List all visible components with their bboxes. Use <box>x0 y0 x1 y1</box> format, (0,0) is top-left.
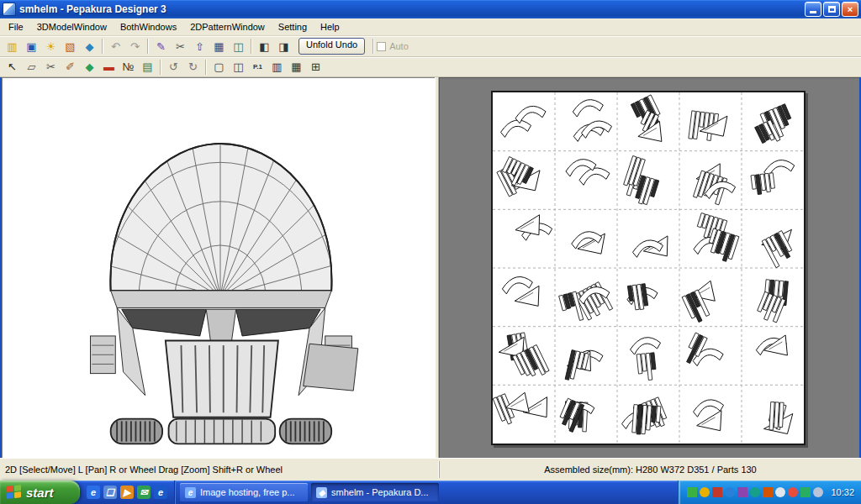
tray-icon-10[interactable] <box>800 487 811 497</box>
toolbar-separator <box>205 60 207 75</box>
taskbar-tasks: eImage hosting, free p...◆smhelm - Pepak… <box>175 480 678 504</box>
unfold-undo-button[interactable]: Unfold Undo <box>298 38 365 55</box>
toolbar-separator <box>160 60 161 75</box>
grid-toggle-button[interactable]: ▦ <box>287 58 306 76</box>
move-part-button[interactable]: ⇧ <box>190 38 209 55</box>
undo-icon: ↶ <box>111 40 120 53</box>
page-number-display-icon: P.1 <box>253 63 262 71</box>
select-move-tool-icon: ↖ <box>8 60 17 73</box>
edge-id-numbers-icon: № <box>123 60 135 73</box>
task-image-hosting-icon: e <box>185 487 196 498</box>
light-toggle-button[interactable]: ☀ <box>41 38 61 55</box>
tray-icon-4[interactable] <box>725 487 735 497</box>
browser-icon[interactable]: e <box>154 486 167 499</box>
page-number-display-button[interactable]: P.1 <box>248 58 267 76</box>
quick-launch: e❑▶✉e <box>80 480 175 504</box>
tray-icon-2[interactable] <box>700 487 710 497</box>
toolbar-main: ▥▣☀▧◆↶↷✎✂⇧▦◫◧◨Unfold UndoAuto <box>0 36 861 57</box>
grid-toggle-icon: ▦ <box>291 60 301 73</box>
cut-edge-button[interactable]: ✂ <box>171 38 190 55</box>
select-rect-tool-button[interactable]: ▢ <box>209 58 229 76</box>
task-pepakura[interactable]: ◆smhelm - Pepakura D... <box>311 483 439 501</box>
taskbar-clock: 10:32 <box>831 487 854 497</box>
texture-image-toggle-button[interactable]: ▤ <box>138 58 157 76</box>
tray-icon-5[interactable] <box>737 487 747 497</box>
select-rect-tool-icon: ▢ <box>214 60 224 73</box>
task-pepakura-icon: ◆ <box>316 487 327 498</box>
edit-flap-tool-button[interactable]: ▱ <box>22 58 41 76</box>
restore-button[interactable] <box>823 2 840 17</box>
tray-icon-1[interactable] <box>687 487 697 497</box>
arrange-parts-button[interactable]: ◫ <box>229 58 248 76</box>
tray-icon-3[interactable] <box>712 487 722 497</box>
toolbar-2d: ↖▱✂✐◆▬№▤↺↻▢◫P.1▥▦⊞ <box>0 57 861 77</box>
auto-checkbox-label: Auto <box>389 41 409 51</box>
messenger-icon[interactable]: ✉ <box>137 486 151 499</box>
texture-settings-button[interactable]: ▧ <box>61 38 80 55</box>
tray-icon-7[interactable] <box>763 487 773 497</box>
start-label: start <box>26 486 54 500</box>
helmet-svg <box>50 109 390 449</box>
toolbar-separator <box>372 39 374 54</box>
menu-bar: File3DModelWindowBothWindows2DPatternWin… <box>0 18 861 36</box>
menu-bothwindows[interactable]: BothWindows <box>114 20 183 34</box>
divide-part-tool-icon: ✂ <box>46 60 55 73</box>
auto-checkbox[interactable]: Auto <box>377 41 409 51</box>
menu-setting[interactable]: Setting <box>272 20 314 34</box>
undo-button[interactable]: ↶ <box>106 38 125 55</box>
auto-checkbox-box[interactable] <box>377 42 386 51</box>
sheet-settings-button[interactable]: ▥ <box>267 58 287 76</box>
tray-icon-6[interactable] <box>750 487 760 497</box>
view-2d-window-button[interactable]: ◨ <box>274 38 293 55</box>
minimize-button[interactable] <box>805 2 821 17</box>
toolbar-separator <box>102 39 103 54</box>
menu-3dmodelwindow[interactable]: 3DModelWindow <box>30 20 114 34</box>
edge-color-tool-button[interactable]: ▬ <box>99 58 119 76</box>
edge-id-numbers-button[interactable]: № <box>119 58 138 76</box>
internet-explorer-icon[interactable]: e <box>87 486 100 499</box>
measure-tool-icon: ✐ <box>66 60 75 73</box>
show-desktop-icon[interactable]: ❑ <box>103 486 117 499</box>
measure-tool-button[interactable]: ✐ <box>61 58 80 76</box>
toolbar-separator <box>147 39 149 54</box>
status-assembled-size: Assembled size(mm): H280 W372 D351 / Par… <box>439 461 861 478</box>
window-title: smhelm - Pepakura Designer 3 <box>19 3 803 15</box>
task-label: Image hosting, free p... <box>200 487 295 497</box>
divide-columns-button[interactable]: ◫ <box>229 38 248 55</box>
pen-tool-button[interactable]: ✎ <box>151 38 171 55</box>
menu-file[interactable]: File <box>2 20 30 34</box>
print-pattern-button[interactable]: ⊞ <box>306 58 325 76</box>
close-button[interactable]: × <box>842 2 858 17</box>
rotate-left-tool-button[interactable]: ↺ <box>164 58 183 76</box>
rotate-right-tool-icon: ↻ <box>188 60 198 73</box>
app-icon <box>3 3 16 16</box>
redo-button[interactable]: ↷ <box>125 38 145 55</box>
material-colors-button[interactable]: ◆ <box>80 38 99 55</box>
title-bar: smhelm - Pepakura Designer 3 × <box>0 0 861 18</box>
menu-help[interactable]: Help <box>314 20 346 34</box>
open-file-button[interactable]: ▥ <box>3 38 22 55</box>
pattern-page[interactable] <box>491 91 806 445</box>
texture-image-toggle-icon: ▤ <box>142 60 152 73</box>
tray-icon-8[interactable] <box>775 487 785 497</box>
view-3d-window-button[interactable]: ◧ <box>255 38 274 55</box>
task-image-hosting[interactable]: eImage hosting, free p... <box>180 483 308 501</box>
menu-2dpatternwindow[interactable]: 2DPatternWindow <box>183 20 272 34</box>
select-move-tool-button[interactable]: ↖ <box>3 58 22 76</box>
pattern-2d-pane[interactable] <box>439 77 859 458</box>
tray-icon-9[interactable] <box>788 487 798 497</box>
model-3d-pane[interactable] <box>2 77 435 458</box>
layout-table-button[interactable]: ▦ <box>209 38 229 55</box>
status-bar: 2D [Select/Move] L [Pan] R or Wheel Drag… <box>0 458 861 480</box>
status-hint: 2D [Select/Move] L [Pan] R or Wheel Drag… <box>0 465 439 475</box>
media-player-icon[interactable]: ▶ <box>120 486 134 499</box>
fill-color-tool-button[interactable]: ◆ <box>80 58 99 76</box>
save-file-button[interactable]: ▣ <box>22 38 41 55</box>
open-file-icon: ▥ <box>7 40 17 53</box>
divide-part-tool-button[interactable]: ✂ <box>41 58 61 76</box>
tray-icon-11[interactable] <box>813 487 823 497</box>
start-button[interactable]: start <box>0 480 80 504</box>
light-toggle-icon: ☀ <box>46 40 56 53</box>
rotate-right-tool-button[interactable]: ↻ <box>183 58 203 76</box>
save-file-icon: ▣ <box>26 40 36 53</box>
